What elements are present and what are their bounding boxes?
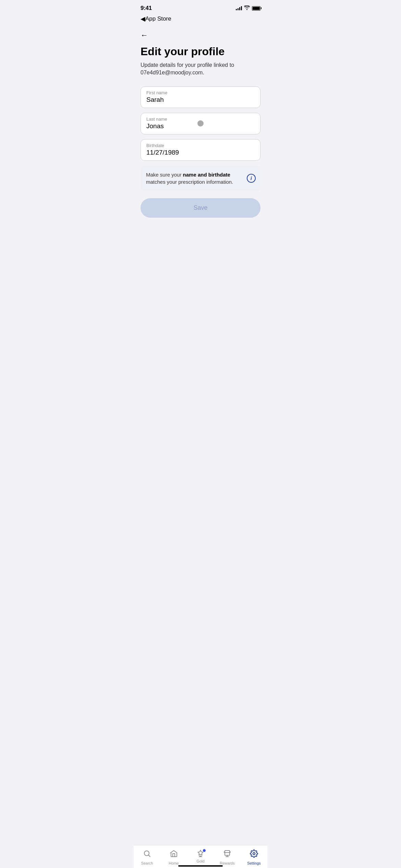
page-title: Edit your profile	[141, 45, 260, 58]
save-button[interactable]: Save	[141, 198, 260, 218]
status-icons	[236, 5, 260, 11]
first-name-field[interactable]: First name Sarah	[141, 86, 260, 108]
birthdate-label: Birthdate	[146, 143, 255, 148]
info-icon[interactable]: i	[247, 174, 256, 183]
status-bar: 9:41	[134, 0, 267, 14]
info-box-text: Make sure your name and birthdate matche…	[146, 171, 243, 186]
signal-icon	[236, 6, 242, 10]
back-arrow-icon: ←	[141, 31, 148, 40]
last-name-label: Last name	[146, 117, 255, 122]
app-store-label[interactable]: App Store	[145, 15, 171, 22]
first-name-value: Sarah	[146, 96, 255, 104]
birthdate-field[interactable]: Birthdate 11/27/1989	[141, 139, 260, 161]
status-time: 9:41	[141, 5, 152, 12]
back-button[interactable]: ←	[141, 31, 148, 40]
info-box: Make sure your name and birthdate matche…	[141, 166, 260, 192]
app-store-back-chevron: ◀	[141, 15, 145, 23]
battery-icon	[252, 6, 260, 11]
first-name-label: First name	[146, 90, 255, 95]
last-name-field[interactable]: Last name Jonas	[141, 113, 260, 134]
wifi-icon	[244, 5, 250, 11]
page-subtitle: Update details for your profile linked t…	[141, 61, 260, 77]
last-name-value: Jonas	[146, 122, 255, 130]
content-area: ← Edit your profile Update details for y…	[134, 25, 267, 225]
app-store-nav[interactable]: ◀ App Store	[134, 14, 267, 25]
birthdate-value: 11/27/1989	[146, 149, 255, 156]
